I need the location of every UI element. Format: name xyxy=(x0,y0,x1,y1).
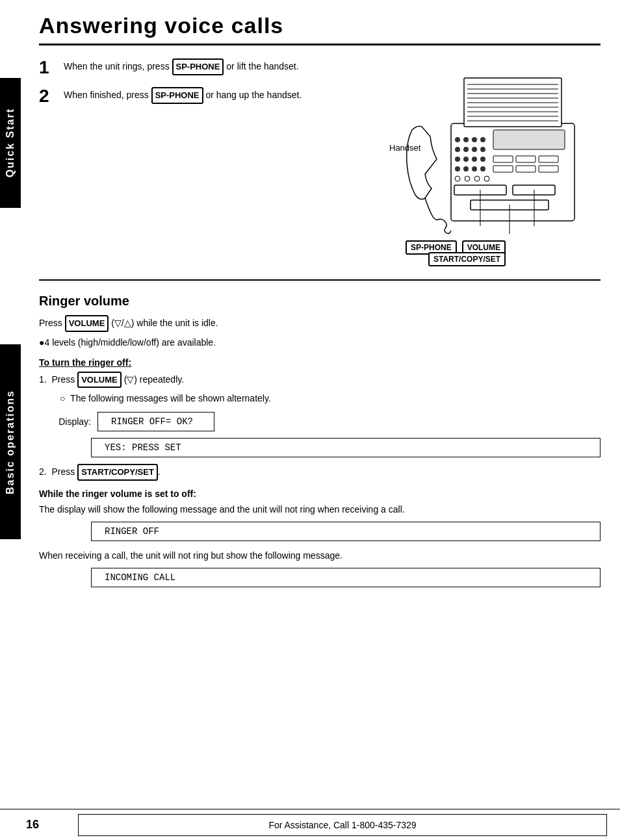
step-2: 2 When finished, press SP-PHONE or hang … xyxy=(39,87,380,105)
while-ringer-body: The display will show the following mess… xyxy=(39,503,601,516)
svg-point-13 xyxy=(463,137,469,142)
section-divider xyxy=(39,279,601,281)
turn-ringer-off-title: To turn the ringer off: xyxy=(39,357,601,368)
svg-point-17 xyxy=(463,147,469,152)
svg-point-18 xyxy=(472,147,477,152)
volume-key-inline-2: VOLUME xyxy=(77,372,122,388)
start-copy-set-bottom-label: START/COPY/SET xyxy=(428,252,506,266)
svg-rect-33 xyxy=(539,166,558,172)
svg-point-14 xyxy=(472,137,477,142)
svg-point-15 xyxy=(480,137,485,142)
svg-point-27 xyxy=(480,166,485,172)
svg-point-21 xyxy=(463,157,469,162)
ringer-intro-2: ●4 levels (high/middle/low/off) are avai… xyxy=(39,336,601,350)
svg-rect-11 xyxy=(493,130,565,149)
incoming-call-intro: When receiving a call, the unit will not… xyxy=(39,549,601,563)
volume-key-inline-1: VOLUME xyxy=(65,315,109,332)
while-ringer-title: While the ringer volume is set to off: xyxy=(39,489,601,499)
step-1: 1 When the unit rings, press SP-PHONE or… xyxy=(39,58,380,77)
display-box-4: INCOMING CALL xyxy=(91,568,601,587)
svg-point-25 xyxy=(463,166,469,172)
display-box-2: YES: PRESS SET xyxy=(91,438,601,457)
ringer-step-1-bullet: The following messages will be shown alt… xyxy=(60,392,601,405)
start-copy-set-key-inline: START/COPY/SET xyxy=(77,464,158,481)
ringer-volume-section: Ringer volume Press VOLUME (▽/△) while t… xyxy=(39,294,601,587)
quick-start-label: Quick Start xyxy=(0,78,21,208)
page-footer: 16 For Assistance, Call 1-800-435-7329 xyxy=(0,809,620,840)
ringer-step-2: 2. Press START/COPY/SET. xyxy=(39,464,601,481)
step-1-text: When the unit rings, press SP-PHONE or l… xyxy=(64,58,299,75)
svg-point-22 xyxy=(472,157,477,162)
fax-machine-diagram: Handset SP-PHONE VOLUME START/COPY/SET xyxy=(393,58,601,266)
sp-phone-key-2: SP-PHONE xyxy=(151,87,203,104)
step-2-number: 2 xyxy=(39,87,57,105)
display-row-1: Display: RINGER OFF= OK? xyxy=(52,412,601,431)
step-2-text: When finished, press SP-PHONE or hang up… xyxy=(64,87,302,104)
svg-point-20 xyxy=(455,157,460,162)
svg-point-39 xyxy=(474,176,480,181)
svg-point-40 xyxy=(484,176,489,181)
svg-point-24 xyxy=(455,166,460,172)
svg-rect-28 xyxy=(493,156,513,162)
display-row-2: YES: PRESS SET xyxy=(91,438,601,457)
svg-rect-32 xyxy=(516,166,536,172)
svg-point-26 xyxy=(472,166,477,172)
display-box-1: RINGER OFF= OK? xyxy=(97,412,214,431)
display-box-3: RINGER OFF xyxy=(91,522,601,541)
step-1-number: 1 xyxy=(39,58,57,77)
svg-point-16 xyxy=(455,147,460,152)
page-title: Answering voice calls xyxy=(39,13,601,45)
page-number: 16 xyxy=(26,818,65,832)
ringer-intro-1: Press VOLUME (▽/△) while the unit is idl… xyxy=(39,315,601,332)
display-row-4: INCOMING CALL xyxy=(91,568,601,587)
svg-point-19 xyxy=(480,147,485,152)
handset-label: Handset xyxy=(389,143,420,153)
basic-operations-label: Basic operations xyxy=(0,344,21,539)
display-label-1: Display: xyxy=(52,416,91,427)
svg-point-12 xyxy=(455,137,460,142)
display-row-3: RINGER OFF xyxy=(91,522,601,541)
svg-point-38 xyxy=(465,176,470,181)
svg-rect-29 xyxy=(516,156,536,162)
svg-rect-30 xyxy=(539,156,558,162)
svg-rect-31 xyxy=(493,166,513,172)
sp-phone-key-1: SP-PHONE xyxy=(172,58,224,75)
footer-assistance-text: For Assistance, Call 1-800-435-7329 xyxy=(78,814,607,836)
ringer-step-1: 1. Press VOLUME (▽) repeatedly. xyxy=(39,372,601,388)
svg-point-23 xyxy=(480,157,485,162)
svg-point-37 xyxy=(455,176,460,181)
ringer-volume-title: Ringer volume xyxy=(39,294,601,309)
